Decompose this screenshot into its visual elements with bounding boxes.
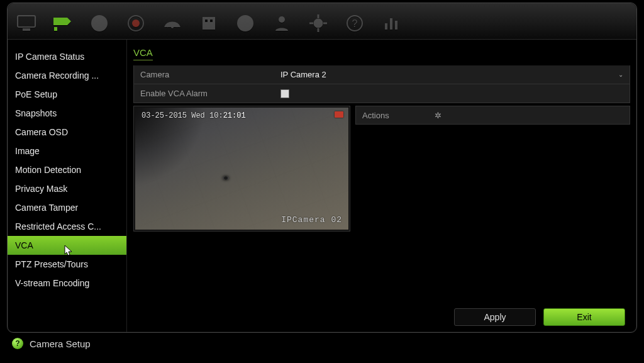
status-bar: ? Camera Setup [7,337,637,350]
svg-rect-11 [205,20,208,22]
cursor-icon [64,245,73,255]
radar-icon[interactable] [160,11,185,36]
enable-vca-checkbox[interactable] [280,89,289,98]
sidebar: IP Camera Status Camera Recording ... Po… [8,40,127,332]
sidebar-item-image[interactable]: Image [8,142,126,160]
camera-select[interactable]: IP Camera 2 ⌄ [275,70,630,79]
osd-timestamp: 03-25-2015 Wed 10:21:01 [142,111,246,120]
svg-text:?: ? [352,18,358,29]
sidebar-item-vstream[interactable]: V-stream Encoding [8,274,126,293]
svg-rect-24 [390,18,392,30]
help-icon[interactable]: ? [342,11,367,36]
statusbar-text: Camera Setup [30,338,91,349]
svg-point-6 [98,27,101,30]
svg-rect-1 [23,28,30,31]
svg-rect-10 [203,17,215,30]
apply-button[interactable]: Apply [454,308,536,326]
gear-large-icon[interactable] [306,11,331,36]
svg-rect-2 [54,27,57,31]
chevron-down-icon: ⌄ [618,71,623,78]
sidebar-item-camera-recording[interactable]: Camera Recording ... [8,66,126,85]
camera-select-value: IP Camera 2 [280,70,326,79]
top-toolbar: ? [8,3,636,40]
camera-select-row: Camera IP Camera 2 ⌄ [133,65,630,84]
sidebar-item-restricted-access[interactable]: Restricted Access C... [8,217,126,236]
main-panel: VCA Camera IP Camera 2 ⌄ Enable VCA Alar… [127,40,636,332]
monitor-icon[interactable] [14,11,39,36]
svg-point-9 [171,26,174,28]
enable-vca-row: Enable VCA Alarm [133,84,630,103]
camera-icon[interactable] [50,11,75,36]
svg-rect-25 [395,21,397,30]
chart-icon[interactable] [379,11,404,36]
sidebar-item-label: VCA [15,240,33,250]
exit-button[interactable]: Exit [543,308,625,326]
svg-point-8 [132,20,140,27]
svg-point-14 [243,21,248,26]
svg-rect-12 [210,20,213,22]
globe-dots-icon[interactable] [87,11,112,36]
sidebar-item-camera-osd[interactable]: Camera OSD [8,123,126,142]
sidebar-item-privacy-mask[interactable]: Privacy Mask [8,179,126,198]
svg-point-5 [103,18,106,21]
svg-point-16 [314,20,322,27]
record-icon[interactable] [123,11,148,36]
sidebar-item-snapshots[interactable]: Snapshots [8,104,126,123]
sidebar-item-ptz[interactable]: PTZ Presets/Tours [8,255,126,274]
svg-rect-23 [385,23,387,30]
osd-camera-label: IPCamera 02 [281,215,342,225]
sidebar-item-poe-setup[interactable]: PoE Setup [8,85,126,104]
actions-label: Actions [356,111,435,120]
svg-point-4 [93,18,96,21]
sidebar-item-motion-detection[interactable]: Motion Detection [8,160,126,179]
help-bubble-icon[interactable]: ? [12,338,23,349]
footer-buttons: Apply Exit [454,308,625,326]
camera-label: Camera [134,70,275,79]
person-icon[interactable] [269,11,294,36]
camera-preview-frame: 03-25-2015 Wed 10:21:01 IPCamera 02 [133,106,350,232]
building-icon[interactable] [196,11,221,36]
sidebar-item-ip-camera-status[interactable]: IP Camera Status [8,47,126,66]
gear-icon[interactable]: ✲ [435,111,441,120]
svg-rect-0 [18,16,35,27]
record-indicator-icon [335,111,343,118]
disc-icon[interactable] [233,11,258,36]
camera-preview[interactable]: 03-25-2015 Wed 10:21:01 IPCamera 02 [135,108,348,230]
enable-vca-label: Enable VCA Alarm [134,89,275,98]
sidebar-item-camera-tamper[interactable]: Camera Tamper [8,198,126,217]
app-window: ? IP Camera Status Camera Recording ... … [7,3,637,333]
sidebar-item-vca[interactable]: VCA [8,236,126,255]
page-title: VCA [133,47,153,60]
actions-panel: Actions ✲ [355,106,630,232]
svg-point-15 [279,16,285,23]
